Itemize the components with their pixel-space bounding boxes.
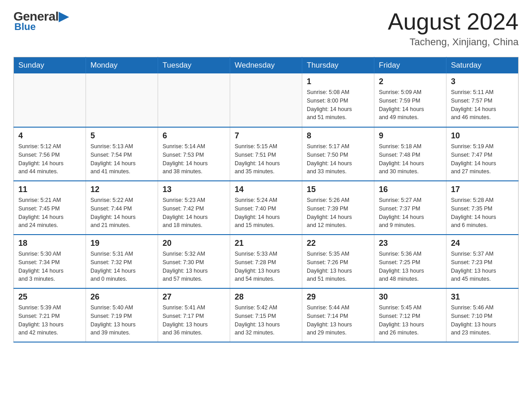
calendar-day-header: Saturday	[446, 57, 519, 74]
calendar-day-cell: 30Sunrise: 5:45 AMSunset: 7:12 PMDayligh…	[374, 288, 446, 342]
day-number: 30	[379, 292, 442, 302]
day-number: 16	[379, 185, 442, 194]
day-number: 7	[235, 131, 297, 141]
logo-blue-text: Blue	[14, 21, 36, 33]
day-number: 29	[307, 292, 369, 302]
calendar-day-cell: 13Sunrise: 5:23 AMSunset: 7:42 PMDayligh…	[158, 181, 230, 235]
calendar-day-cell: 25Sunrise: 5:39 AMSunset: 7:21 PMDayligh…	[14, 288, 86, 342]
day-info: Sunrise: 5:19 AMSunset: 7:47 PMDaylight:…	[451, 142, 514, 176]
day-number: 23	[379, 239, 442, 248]
day-info: Sunrise: 5:21 AMSunset: 7:45 PMDaylight:…	[18, 196, 81, 230]
calendar-day-cell	[14, 73, 86, 127]
day-info: Sunrise: 5:41 AMSunset: 7:17 PMDaylight:…	[163, 304, 225, 337]
calendar-day-header: Sunday	[14, 57, 86, 74]
day-number: 17	[451, 185, 514, 194]
day-number: 26	[90, 292, 153, 302]
day-info: Sunrise: 5:14 AMSunset: 7:53 PMDaylight:…	[163, 142, 225, 176]
calendar-day-cell: 3Sunrise: 5:11 AMSunset: 7:57 PMDaylight…	[446, 73, 519, 127]
day-info: Sunrise: 5:11 AMSunset: 7:57 PMDaylight:…	[451, 88, 514, 122]
page-header: General▶ Blue August 2024 Tacheng, Xinji…	[13, 9, 519, 48]
calendar-day-cell: 7Sunrise: 5:15 AMSunset: 7:51 PMDaylight…	[230, 127, 302, 181]
calendar-day-cell: 8Sunrise: 5:17 AMSunset: 7:50 PMDaylight…	[302, 127, 374, 181]
day-info: Sunrise: 5:26 AMSunset: 7:39 PMDaylight:…	[307, 196, 369, 230]
day-number: 20	[163, 239, 225, 248]
day-info: Sunrise: 5:24 AMSunset: 7:40 PMDaylight:…	[235, 196, 297, 230]
calendar-day-cell: 22Sunrise: 5:35 AMSunset: 7:26 PMDayligh…	[302, 235, 374, 288]
day-info: Sunrise: 5:12 AMSunset: 7:56 PMDaylight:…	[18, 142, 81, 176]
day-number: 28	[235, 292, 297, 302]
day-number: 27	[163, 292, 225, 302]
calendar-day-cell: 2Sunrise: 5:09 AMSunset: 7:59 PMDaylight…	[374, 73, 446, 127]
calendar-day-cell: 18Sunrise: 5:30 AMSunset: 7:34 PMDayligh…	[14, 235, 86, 288]
day-info: Sunrise: 5:45 AMSunset: 7:12 PMDaylight:…	[379, 304, 442, 337]
day-number: 3	[451, 77, 514, 86]
day-info: Sunrise: 5:35 AMSunset: 7:26 PMDaylight:…	[307, 250, 369, 283]
day-info: Sunrise: 5:32 AMSunset: 7:30 PMDaylight:…	[163, 250, 225, 283]
day-info: Sunrise: 5:13 AMSunset: 7:54 PMDaylight:…	[90, 142, 153, 176]
day-info: Sunrise: 5:15 AMSunset: 7:51 PMDaylight:…	[235, 142, 297, 176]
day-info: Sunrise: 5:09 AMSunset: 7:59 PMDaylight:…	[379, 88, 442, 122]
calendar-day-cell: 23Sunrise: 5:36 AMSunset: 7:25 PMDayligh…	[374, 235, 446, 288]
calendar-day-cell	[158, 73, 230, 127]
day-number: 15	[307, 185, 369, 194]
title-section: August 2024 Tacheng, Xinjiang, China	[388, 9, 519, 48]
logo: General▶ Blue	[13, 9, 68, 33]
calendar-day-cell: 14Sunrise: 5:24 AMSunset: 7:40 PMDayligh…	[230, 181, 302, 235]
day-info: Sunrise: 5:30 AMSunset: 7:34 PMDaylight:…	[18, 250, 81, 283]
calendar-day-cell: 16Sunrise: 5:27 AMSunset: 7:37 PMDayligh…	[374, 181, 446, 235]
day-number: 14	[235, 185, 297, 194]
day-info: Sunrise: 5:17 AMSunset: 7:50 PMDaylight:…	[307, 142, 369, 176]
calendar-table: SundayMondayTuesdayWednesdayThursdayFrid…	[13, 57, 519, 342]
month-year-title: August 2024	[388, 9, 519, 34]
calendar-header-row: SundayMondayTuesdayWednesdayThursdayFrid…	[14, 57, 519, 74]
calendar-day-cell: 29Sunrise: 5:44 AMSunset: 7:14 PMDayligh…	[302, 288, 374, 342]
day-number: 6	[163, 131, 225, 141]
calendar-day-header: Tuesday	[158, 57, 230, 74]
calendar-week-row: 18Sunrise: 5:30 AMSunset: 7:34 PMDayligh…	[14, 235, 519, 288]
day-info: Sunrise: 5:42 AMSunset: 7:15 PMDaylight:…	[235, 304, 297, 337]
day-info: Sunrise: 5:39 AMSunset: 7:21 PMDaylight:…	[18, 304, 81, 337]
calendar-day-cell: 1Sunrise: 5:08 AMSunset: 8:00 PMDaylight…	[302, 73, 374, 127]
calendar-day-cell	[230, 73, 302, 127]
day-info: Sunrise: 5:27 AMSunset: 7:37 PMDaylight:…	[379, 196, 442, 230]
day-number: 4	[18, 131, 81, 141]
day-info: Sunrise: 5:46 AMSunset: 7:10 PMDaylight:…	[451, 304, 514, 337]
calendar-day-cell: 19Sunrise: 5:31 AMSunset: 7:32 PMDayligh…	[86, 235, 158, 288]
day-number: 22	[307, 239, 369, 248]
calendar-day-header: Thursday	[302, 57, 374, 74]
calendar-week-row: 25Sunrise: 5:39 AMSunset: 7:21 PMDayligh…	[14, 288, 519, 342]
calendar-week-row: 1Sunrise: 5:08 AMSunset: 8:00 PMDaylight…	[14, 73, 519, 127]
day-number: 25	[18, 292, 81, 302]
calendar-day-header: Friday	[374, 57, 446, 74]
calendar-day-cell: 9Sunrise: 5:18 AMSunset: 7:48 PMDaylight…	[374, 127, 446, 181]
day-info: Sunrise: 5:28 AMSunset: 7:35 PMDaylight:…	[451, 196, 514, 230]
location-subtitle: Tacheng, Xinjiang, China	[388, 36, 519, 48]
day-info: Sunrise: 5:40 AMSunset: 7:19 PMDaylight:…	[90, 304, 153, 337]
calendar-day-cell: 12Sunrise: 5:22 AMSunset: 7:44 PMDayligh…	[86, 181, 158, 235]
calendar-day-cell: 26Sunrise: 5:40 AMSunset: 7:19 PMDayligh…	[86, 288, 158, 342]
day-number: 19	[90, 239, 153, 248]
day-info: Sunrise: 5:08 AMSunset: 8:00 PMDaylight:…	[307, 88, 369, 122]
day-number: 9	[379, 131, 442, 141]
day-number: 8	[307, 131, 369, 141]
calendar-day-cell: 10Sunrise: 5:19 AMSunset: 7:47 PMDayligh…	[446, 127, 519, 181]
calendar-day-header: Monday	[86, 57, 158, 74]
calendar-day-cell: 6Sunrise: 5:14 AMSunset: 7:53 PMDaylight…	[158, 127, 230, 181]
day-number: 18	[18, 239, 81, 248]
day-info: Sunrise: 5:37 AMSunset: 7:23 PMDaylight:…	[451, 250, 514, 283]
day-info: Sunrise: 5:31 AMSunset: 7:32 PMDaylight:…	[90, 250, 153, 283]
day-info: Sunrise: 5:18 AMSunset: 7:48 PMDaylight:…	[379, 142, 442, 176]
calendar-day-cell: 20Sunrise: 5:32 AMSunset: 7:30 PMDayligh…	[158, 235, 230, 288]
calendar-day-cell: 24Sunrise: 5:37 AMSunset: 7:23 PMDayligh…	[446, 235, 519, 288]
calendar-day-cell: 4Sunrise: 5:12 AMSunset: 7:56 PMDaylight…	[14, 127, 86, 181]
calendar-week-row: 11Sunrise: 5:21 AMSunset: 7:45 PMDayligh…	[14, 181, 519, 235]
day-number: 13	[163, 185, 225, 194]
calendar-day-cell: 21Sunrise: 5:33 AMSunset: 7:28 PMDayligh…	[230, 235, 302, 288]
calendar-day-cell: 15Sunrise: 5:26 AMSunset: 7:39 PMDayligh…	[302, 181, 374, 235]
calendar-day-cell: 17Sunrise: 5:28 AMSunset: 7:35 PMDayligh…	[446, 181, 519, 235]
day-number: 24	[451, 239, 514, 248]
day-number: 1	[307, 77, 369, 86]
calendar-day-cell: 27Sunrise: 5:41 AMSunset: 7:17 PMDayligh…	[158, 288, 230, 342]
day-info: Sunrise: 5:23 AMSunset: 7:42 PMDaylight:…	[163, 196, 225, 230]
day-info: Sunrise: 5:33 AMSunset: 7:28 PMDaylight:…	[235, 250, 297, 283]
